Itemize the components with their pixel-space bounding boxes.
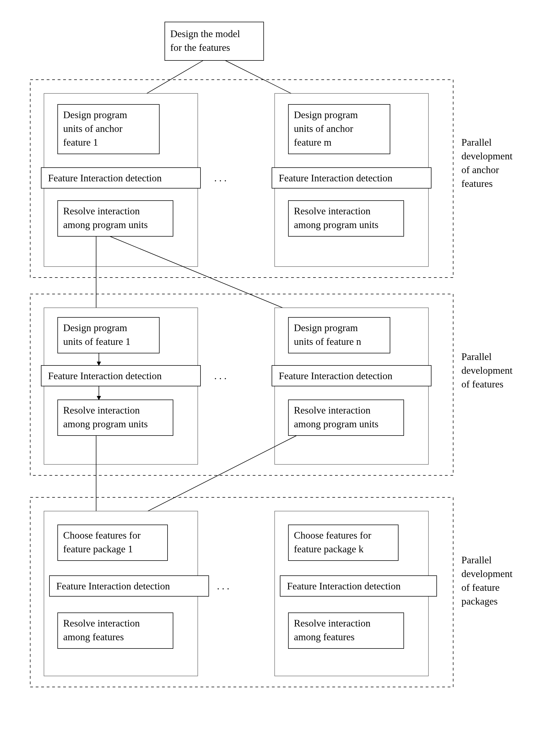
anchor-right-design3: feature m [294, 137, 332, 148]
features-right-design1: Design program [294, 322, 358, 333]
features-right-resolve2: among program units [294, 419, 378, 430]
packages-right-choose2: feature package k [294, 544, 364, 555]
packages-label: Parallel development of feature packages [461, 555, 513, 607]
flowchart: Design the model for the features Parall… [0, 0, 560, 740]
features-left-design2: units of feature 1 [63, 336, 130, 347]
features-right-block: Design program units of feature n Featur… [272, 308, 431, 464]
anchor-label3: of anchor [461, 164, 499, 175]
top-line1: Design the model [170, 28, 240, 39]
anchor-left-fid: Feature Interaction detection [48, 173, 162, 184]
packages-left-resolve1: Resolve interaction [63, 618, 140, 629]
features-left-fid: Feature Interaction detection [48, 370, 162, 381]
top-box: Design the model for the features [165, 22, 264, 61]
packages-left-resolve2: among features [63, 632, 124, 642]
features-left-resolve2: among program units [63, 419, 148, 430]
packages-label4: packages [461, 596, 498, 607]
anchor-left-resolve2: among program units [63, 219, 148, 230]
anchor-right-design1: Design program [294, 109, 358, 120]
anchor-left-design2: units of anchor [63, 123, 122, 134]
packages-left-fid: Feature Interaction detection [56, 581, 170, 591]
packages-left-choose1: Choose features for [63, 530, 141, 541]
anchor-right-block: Design program units of anchor feature m… [272, 93, 431, 267]
anchor-left-design3: feature 1 [63, 137, 98, 148]
anchor-label: Parallel development of anchor features [461, 137, 513, 189]
features-right-design2: units of feature n [294, 336, 361, 347]
features-left-design1: Design program [63, 322, 127, 333]
packages-left-block: Choose features for feature package 1 Fe… [44, 511, 209, 676]
packages-right-choose1: Choose features for [294, 530, 371, 541]
svg-rect-0 [165, 22, 264, 61]
anchor-right-fid: Feature Interaction detection [279, 173, 393, 184]
packages-right-resolve1: Resolve interaction [294, 618, 370, 629]
anchor-right-resolve1: Resolve interaction [294, 205, 370, 216]
features-label3: of features [461, 379, 503, 390]
features-right-resolve1: Resolve interaction [294, 405, 370, 416]
features-left-block: Design program units of feature 1 Featur… [41, 308, 201, 464]
anchor-right-resolve2: among program units [294, 219, 378, 230]
anchor-left-design1: Design program [63, 109, 127, 120]
anchor-label4: features [461, 178, 493, 189]
features-right-fid: Feature Interaction detection [279, 370, 393, 381]
anchor-right-design2: units of anchor [294, 123, 353, 134]
packages-dots: . . . [217, 581, 229, 591]
features-left-resolve1: Resolve interaction [63, 405, 140, 416]
anchor-dots: . . . [214, 173, 227, 184]
packages-right-fid: Feature Interaction detection [287, 581, 401, 591]
features-label1: Parallel [461, 351, 491, 362]
anchor-left-resolve1: Resolve interaction [63, 205, 140, 216]
features-label: Parallel development of features [461, 351, 513, 390]
packages-right-block: Choose features for feature package k Fe… [274, 511, 437, 676]
features-dots: . . . [214, 370, 227, 381]
anchor-label1: Parallel [461, 137, 491, 148]
anchor-label2: development [461, 151, 513, 162]
features-label2: development [461, 365, 513, 376]
packages-label3: of feature [461, 582, 499, 593]
top-line2: for the features [170, 42, 230, 53]
packages-label2: development [461, 568, 513, 579]
packages-left-choose2: feature package 1 [63, 544, 133, 555]
packages-label1: Parallel [461, 555, 491, 565]
packages-right-resolve2: among features [294, 632, 355, 642]
